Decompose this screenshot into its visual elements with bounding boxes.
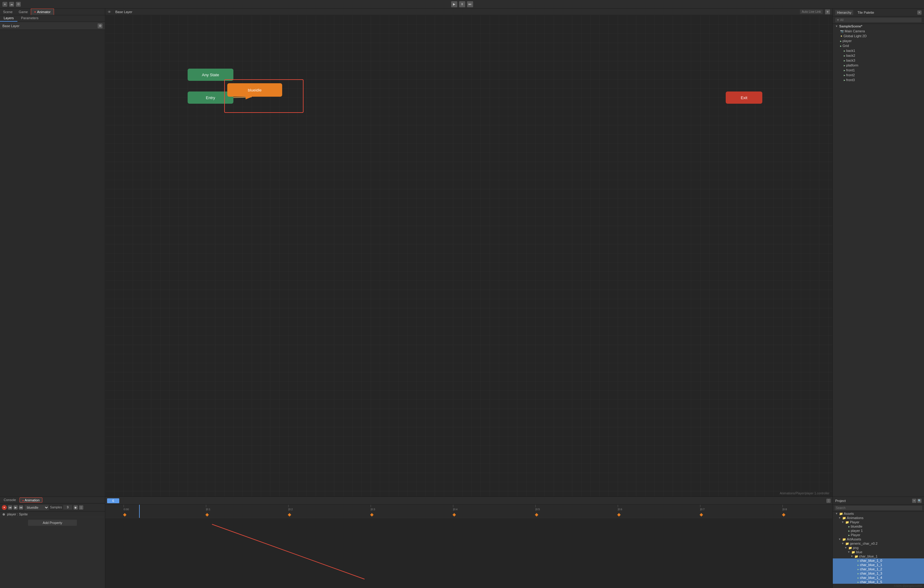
play-controls: ▶ ⏸ ⏭: [451, 1, 473, 7]
keyframe-2[interactable]: [288, 513, 291, 516]
hierarchy-item-player[interactable]: ▸player: [833, 38, 924, 43]
connection-arrows: [105, 15, 833, 496]
subtab-layers[interactable]: Layers: [0, 15, 17, 21]
hierarchy-item-global-light-2d[interactable]: ✦Global Light 2D: [833, 33, 924, 38]
project-item-char_blue_1_0[interactable]: ▸char_blue_1_0: [833, 558, 924, 563]
hierarchy-items: 📷Main Camera✦Global Light 2D▸player▸Grid…: [833, 29, 924, 82]
tab-game[interactable]: Game: [16, 8, 31, 15]
hierarchy-scene[interactable]: ▼ SampleScene*: [833, 24, 924, 29]
auto-live-link[interactable]: Auto Live Link: [800, 10, 823, 14]
keyframe-1[interactable]: [205, 513, 209, 516]
anim-next-button[interactable]: ⏭: [19, 506, 23, 510]
base-layer-title: Base Layer: [2, 24, 20, 28]
samples-input[interactable]: [63, 505, 72, 510]
hierarchy-item-front3[interactable]: ▸front3: [833, 77, 924, 82]
hierarchy-item-platform[interactable]: ▸platform: [833, 63, 924, 68]
file-icon: ▸: [858, 559, 859, 562]
project-item-char_blue_1_4[interactable]: ▸char_blue_1_4: [833, 575, 924, 580]
project-item-animations[interactable]: ▼📁Animations: [833, 516, 924, 520]
go-icon: ▸: [840, 44, 842, 48]
project-search-button[interactable]: 🔍: [917, 499, 922, 503]
step-button[interactable]: ⏭: [467, 1, 473, 7]
add-layer-button[interactable]: +: [825, 10, 830, 14]
top-bar: ● ☁ ⚙ ▶ ⏸ ⏭: [0, 0, 924, 8]
project-item-artassets[interactable]: ▼📁ArtAssets: [833, 537, 924, 541]
tab-animation[interactable]: ● Animation: [20, 497, 42, 502]
project-item-assets[interactable]: ▼📁Assets: [833, 511, 924, 516]
project-item-player-1[interactable]: ▸player 1: [833, 529, 924, 533]
project-item-blueidle[interactable]: ▸blueidle: [833, 524, 924, 529]
tab-hierarchy[interactable]: Hierarchy: [835, 10, 853, 15]
record-button[interactable]: ●: [2, 505, 7, 510]
project-add-button[interactable]: +: [912, 499, 916, 503]
layer-settings-button[interactable]: ⚙: [97, 23, 102, 28]
state-exit[interactable]: Exit: [726, 92, 762, 104]
hierarchy-item-back1[interactable]: ▸back1: [833, 48, 924, 53]
keyframe-5[interactable]: [535, 513, 538, 516]
tab-console[interactable]: Console: [1, 497, 18, 502]
file-icon: ▸: [858, 568, 859, 571]
frame-number-input[interactable]: [107, 498, 119, 503]
watermark: CSDN @jiangdaxia886: [833, 584, 924, 588]
project-item-char_blue_1_3[interactable]: ▸char_blue_1_3: [833, 571, 924, 575]
project-item-player[interactable]: ▼📁Player: [833, 520, 924, 524]
keyframe-4[interactable]: [452, 513, 456, 516]
ruler-mark-4: |0:4: [453, 505, 457, 511]
go-icon: ▸: [844, 69, 845, 72]
hierarchy-item-back2[interactable]: ▸back2: [833, 53, 924, 58]
hierarchy-item-grid[interactable]: ▸Grid: [833, 43, 924, 48]
keyframe-7[interactable]: [700, 513, 703, 516]
folder-icon: 📁: [848, 546, 852, 550]
file-icon: ▸: [858, 572, 859, 575]
state-blueidle[interactable]: blueidle: [227, 83, 282, 97]
anim-controls: ● ⏮ ▶ ⏭ blueidle Samples ◆ |: [0, 504, 105, 511]
camera-icon: 📷: [840, 30, 844, 33]
tab-scene[interactable]: Scene: [0, 8, 16, 15]
hierarchy-item-main-camera[interactable]: 📷Main Camera: [833, 29, 924, 33]
hierarchy-search[interactable]: [835, 18, 922, 22]
keyframe-3[interactable]: [370, 513, 373, 516]
keyframe-8[interactable]: [782, 513, 785, 516]
subtab-parameters[interactable]: Parameters: [17, 15, 42, 21]
circle-icon[interactable]: ●: [2, 2, 7, 7]
anim-key-button[interactable]: ◆: [74, 506, 78, 510]
expand-arrow: ▼: [850, 555, 853, 558]
hierarchy-item-front1[interactable]: ▸front1: [833, 68, 924, 72]
hierarchy-add-button[interactable]: +: [917, 10, 922, 15]
right-panel: Hierarchy Tile Palette + ▼ SampleScene* …: [833, 8, 924, 496]
hierarchy-item-front2[interactable]: ▸front2: [833, 72, 924, 77]
pause-button[interactable]: ⏸: [459, 1, 465, 7]
timeline-options[interactable]: ⋮: [827, 499, 831, 503]
keyframe-6[interactable]: [617, 513, 620, 516]
anim-clip-select[interactable]: blueidle: [25, 505, 49, 510]
add-property-button[interactable]: Add Property: [28, 520, 77, 526]
tab-tile-palette[interactable]: Tile Palette: [856, 10, 876, 15]
project-item-char_blue_1_5[interactable]: ▸char_blue_1_5: [833, 580, 924, 584]
project-item-char_blue_1_2[interactable]: ▸char_blue_1_2: [833, 567, 924, 571]
project-item-player[interactable]: ▸Player: [833, 533, 924, 537]
play-button[interactable]: ▶: [451, 1, 457, 7]
folder-icon: 📁: [851, 550, 855, 554]
project-item-char_blue_1[interactable]: ▼📁char_blue_1: [833, 554, 924, 558]
animator-subtab-bar: Layers Parameters: [0, 15, 105, 22]
timeline-ruler: 0:00|0:1|0:2|0:3|0:4|0:5|0:6|0:7|0:8|0:9…: [105, 505, 833, 511]
hierarchy-item-back3[interactable]: ▸back3: [833, 58, 924, 63]
project-item-blue[interactable]: ▼📁blue: [833, 550, 924, 554]
keyframe-0[interactable]: [123, 513, 126, 516]
property-label: player : Sprite: [7, 512, 28, 516]
animator-canvas[interactable]: Any State Entry blueidle Exit Animations…: [105, 15, 833, 496]
animator-header: 👁 Base Layer Auto Live Link +: [105, 8, 833, 15]
go-icon: ▸: [844, 64, 845, 67]
state-any[interactable]: Any State: [188, 69, 233, 81]
anim-play-button[interactable]: ▶: [13, 506, 18, 510]
project-item-char_blue_1_1[interactable]: ▸char_blue_1_1: [833, 563, 924, 567]
cloud-icon[interactable]: ☁: [9, 2, 14, 7]
file-icon: ▸: [848, 534, 850, 537]
project-item-generic_char_v0-2[interactable]: ▼📁generic_char_v0.2: [833, 541, 924, 545]
anim-options-button[interactable]: |: [79, 506, 83, 510]
project-search-input[interactable]: [835, 506, 922, 510]
settings-icon[interactable]: ⚙: [16, 2, 21, 7]
anim-prev-button[interactable]: ⏮: [8, 506, 12, 510]
project-item-png[interactable]: ▼📁png: [833, 545, 924, 550]
tab-animator[interactable]: ● Animator: [31, 8, 54, 15]
